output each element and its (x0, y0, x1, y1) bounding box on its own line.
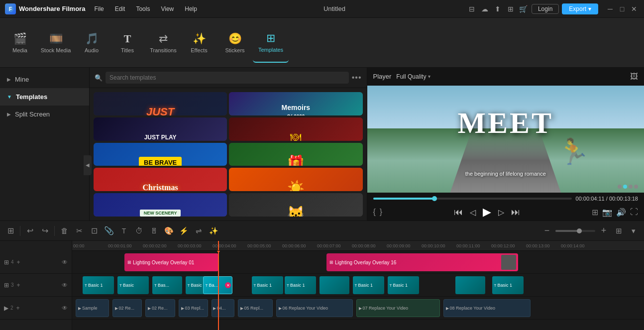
export-chevron-icon[interactable]: ▾ (588, 5, 591, 12)
clip-lighting-overlay-16[interactable]: ⊞ Lighting Overlay Overlay 16 (326, 253, 518, 271)
clip-basic-9[interactable]: T Basic 1 (353, 276, 384, 294)
clip-04-replace[interactable]: ▶ 04... (212, 299, 234, 317)
delete-button[interactable]: 🗑 (58, 224, 71, 237)
player-snapshot-icon[interactable]: 🖼 (630, 72, 638, 81)
template-card-freedom-graffiti[interactable]: JUST ⬇ Freedom Graffiti... (94, 92, 227, 115)
menu-file[interactable]: File (89, 4, 108, 14)
minimize-to-tray-icon[interactable]: ⊟ (467, 4, 477, 14)
play-pause-button[interactable]: ▶ (483, 206, 491, 219)
clip-basic-7[interactable]: T Basic 1 (285, 276, 316, 294)
sidebar-item-mine[interactable]: ▶ Mine (0, 71, 89, 88)
redo-button[interactable]: ↪ (38, 224, 51, 237)
track-3-add-button[interactable]: + (17, 282, 20, 289)
clip-basic-8[interactable] (320, 276, 349, 294)
template-card-christmas-party[interactable]: Christmas Christmas Party ... (94, 168, 227, 191)
track-2-eye-icon[interactable]: 👁 (62, 305, 68, 312)
upload-icon[interactable]: ⬆ (493, 4, 503, 14)
crop-icon-button[interactable]: ⊡ (88, 224, 101, 237)
login-button[interactable]: Login (532, 4, 559, 14)
track-4-add-button[interactable]: + (17, 259, 20, 266)
timeline-more-button[interactable]: ▾ (627, 224, 640, 237)
progress-handle[interactable] (432, 196, 437, 201)
clip-basic-10[interactable]: T Basic 1 (388, 276, 419, 294)
clip-05-replace[interactable]: ▶ 05 Repl... (238, 299, 273, 317)
toolbar-templates[interactable]: ⊞ Templates (253, 23, 289, 63)
toolbar-stickers[interactable]: 😊 Stickers (217, 23, 253, 63)
timer-button[interactable]: ⏱ (132, 224, 145, 237)
sidebar-item-split-screen[interactable]: ▶ Split Screen (0, 106, 89, 123)
menu-tools[interactable]: Tools (131, 4, 155, 14)
grid-view-icon[interactable]: ⊞ (506, 4, 516, 14)
out-point-button[interactable]: } (380, 208, 382, 217)
audio-adj-button[interactable]: 🎚 (147, 224, 160, 237)
zoom-in-button[interactable]: + (597, 224, 610, 237)
step-forward-button[interactable]: ⏭ (511, 207, 520, 218)
clip-basic-6[interactable]: T Basic 1 (252, 276, 283, 294)
track-3-eye-icon[interactable]: 👁 (62, 282, 68, 289)
toolbar-media[interactable]: 🎬 Media (2, 23, 38, 63)
cut-button[interactable]: ✂ (73, 224, 86, 237)
track-4-eye-icon[interactable]: 👁 (62, 259, 68, 266)
clip-03-replace[interactable]: ▶ 03 Repl... (179, 299, 209, 317)
clip-06-replace[interactable]: ▶ 06 Replace Your Video (276, 299, 353, 317)
zoom-slider-handle[interactable] (577, 228, 582, 233)
menu-view[interactable]: View (156, 4, 179, 14)
collapse-panel-button[interactable]: ◀ (84, 155, 92, 175)
win-minimize-button[interactable]: ─ (605, 4, 615, 14)
in-point-button[interactable]: { (373, 208, 376, 217)
clip-sample[interactable]: ▶ Sample (76, 299, 109, 317)
zoom-slider[interactable] (555, 230, 595, 232)
color-button[interactable]: 🎨 (162, 224, 175, 237)
effects-tl-button[interactable]: ✨ (207, 224, 220, 237)
clip-basic-12[interactable]: T Basic 1 (492, 276, 524, 294)
quality-selector[interactable]: Full Quality ▾ (396, 73, 430, 80)
frame-back-button[interactable]: ◁ (470, 208, 476, 217)
frame-forward-button[interactable]: ▷ (498, 208, 504, 217)
toolbar-titles[interactable]: T Titles (109, 23, 145, 63)
template-card-christmas-gifts[interactable]: 🎁 ⬇ Christmas Gifts ... (229, 143, 362, 166)
track-2-add-button[interactable]: + (16, 305, 20, 312)
fullscreen-button[interactable]: ⛶ (630, 208, 638, 217)
clip-07-replace[interactable]: ▶ 07 Replace Your Video (356, 299, 440, 317)
template-card-cute-pet[interactable]: 🐱 Cute Pet Daily V... (229, 193, 362, 217)
add-to-timeline-button[interactable]: ⊞ (592, 208, 598, 217)
template-card-summer-time[interactable]: ☀️ ⬇ Summer Time V... (229, 168, 362, 191)
menu-edit[interactable]: Edit (110, 4, 130, 14)
toolbar-effects[interactable]: ✨ Effects (181, 23, 217, 63)
step-back-button[interactable]: ⏮ (454, 207, 463, 218)
template-card-food-display[interactable]: 🍽 ⬇ Food Display Re... (229, 117, 362, 141)
reverse-button[interactable]: ⇌ (192, 224, 205, 237)
toolbar-stock-media[interactable]: 🎞️ Stock Media (38, 23, 74, 63)
toolbar-audio[interactable]: 🎵 Audio (74, 23, 109, 63)
clip-basic-1[interactable]: T Basic 1 (83, 276, 114, 294)
clip-basic-3[interactable]: T Bas... (152, 276, 182, 294)
grid-toggle-button[interactable]: ⊞ (612, 224, 625, 237)
volume-button[interactable]: 🔊 (616, 208, 626, 217)
template-card-retro-freedom[interactable]: BE BRAVE Retro Freedom ... (94, 143, 227, 166)
clip-basic-2[interactable]: T Basic (117, 276, 149, 294)
win-maximize-button[interactable]: □ (617, 4, 627, 14)
clip-02-replace-b[interactable]: ▶ 02 Re... (145, 299, 175, 317)
snapshot-button[interactable]: 📷 (602, 208, 612, 217)
sidebar-item-templates[interactable]: ▼ Templates (0, 88, 89, 106)
search-input[interactable] (106, 72, 349, 84)
win-close-button[interactable]: ✕ (629, 4, 639, 14)
template-card-travel-memories[interactable]: NEW SCENERY Travel Memories... (94, 193, 227, 217)
clip-lighting-overlay-01[interactable]: ⊞ Lighting Overlay Overlay 01 (124, 253, 218, 271)
speed-button[interactable]: ⚡ (177, 224, 190, 237)
clip-basic-11[interactable] (455, 276, 485, 294)
more-options-button[interactable]: ••• (352, 73, 362, 82)
undo-button[interactable]: ↩ (23, 224, 36, 237)
clip-02-replace[interactable]: ▶ 02 Re... (112, 299, 142, 317)
cloud-icon[interactable]: ☁ (480, 4, 490, 14)
text-button[interactable]: T (117, 224, 130, 237)
export-button[interactable]: Export ▾ (562, 3, 598, 14)
clip-button[interactable]: 📎 (103, 224, 115, 237)
add-track-button[interactable]: ⊞ (4, 224, 17, 237)
clip-basic-5[interactable]: T Ba... ✕ (203, 276, 233, 294)
cart-icon[interactable]: 🛒 (519, 4, 529, 14)
toolbar-transitions[interactable]: ⇄ Transitions (145, 23, 181, 63)
template-card-sports-show[interactable]: JUST PLAY ⬇ Sports Show Op... (94, 117, 227, 141)
zoom-out-button[interactable]: − (540, 224, 553, 237)
clip-08-replace[interactable]: ▶ 08 Replace Your Video (443, 299, 531, 317)
